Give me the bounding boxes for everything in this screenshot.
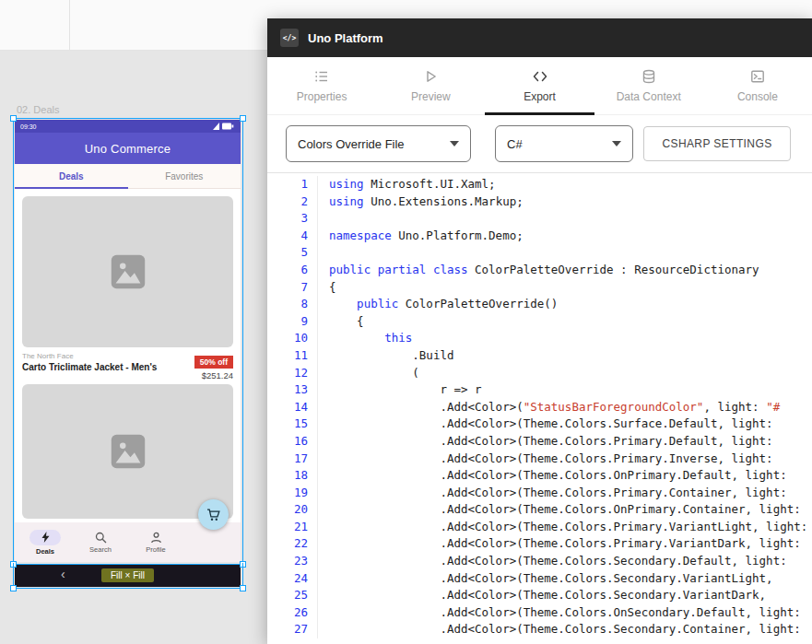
chevron-down-icon [450, 141, 459, 146]
code-text: .Add<Color>(Theme.Colors.OnSecondary.Def… [329, 604, 807, 622]
line-number: 24 [267, 570, 318, 588]
code-line: 15 .Add<Color>(Theme.Colors.Surface.Defa… [267, 416, 812, 433]
phone-tab-deals[interactable]: Deals [15, 164, 128, 188]
code-line: 12 ( [267, 365, 812, 382]
line-number: 8 [267, 296, 318, 313]
product-price: $251.24 [194, 370, 233, 381]
android-nav-bar: ‹ Fill × Fill [15, 564, 241, 587]
selection-handle[interactable] [240, 585, 246, 591]
code-text: .Add<Color>(Theme.Colors.Primary.Inverse… [329, 451, 780, 468]
export-toolbar: Colors Override File C# CSHARP SETTINGS [267, 115, 812, 172]
code-line: 13 r => r [267, 381, 812, 399]
product-image-placeholder[interactable] [22, 196, 233, 347]
line-number: 1 [267, 176, 318, 193]
line-number: 10 [267, 330, 318, 347]
file-dropdown[interactable]: Colors Override File [286, 125, 471, 162]
nav-item-profile[interactable]: Profile [128, 531, 183, 554]
line-number: 6 [267, 262, 318, 279]
tab-label: Export [524, 90, 556, 103]
selection-handle[interactable] [240, 115, 246, 122]
line-number: 7 [267, 279, 318, 297]
code-editor[interactable]: 1using Microsoft.UI.Xaml;2using Uno.Exte… [267, 172, 812, 644]
selection-handle[interactable] [240, 561, 246, 568]
play-icon [422, 68, 439, 85]
code-line: 2using Uno.Extensions.Markup; [267, 193, 812, 211]
code-line: 1using Microsoft.UI.Xaml; [267, 176, 812, 193]
code-text: .Add<Color>(Theme.Colors.Primary.Variant… [329, 535, 807, 553]
code-text: .Add<Color>(Theme.Colors.Secondary.Varia… [329, 587, 773, 604]
nav-label: Profile [146, 545, 165, 554]
phone-tab-favorites[interactable]: Favorites [128, 164, 241, 188]
code-line: 18 .Add<Color>(Theme.Colors.OnPrimary.De… [267, 467, 812, 485]
tab-export[interactable]: Export [485, 57, 594, 114]
code-line: 8 public ColorPaletteOverride() [267, 296, 812, 313]
code-line: 25 .Add<Color>(Theme.Colors.Secondary.Va… [267, 587, 812, 604]
toolbar-divider [69, 0, 70, 50]
nav-label: Deals [36, 547, 54, 556]
line-number: 22 [267, 535, 318, 553]
code-line: 11 .Build [267, 347, 812, 365]
code-line: 24 .Add<Color>(Theme.Colors.Secondary.Va… [267, 570, 812, 588]
line-number: 3 [267, 210, 318, 228]
line-number: 23 [267, 553, 318, 570]
product-brand: The North Face [22, 352, 157, 360]
product-image-placeholder[interactable] [22, 384, 233, 519]
product-name: Carto Triclimate Jacket - Men's [22, 362, 157, 372]
tab-data-context[interactable]: Data Context [594, 57, 703, 114]
code-line: 19 .Add<Color>(Theme.Colors.Primary.Cont… [267, 485, 812, 502]
line-number: 12 [267, 365, 318, 382]
nav-label: Search [89, 545, 112, 554]
person-icon [150, 532, 162, 544]
line-number: 13 [267, 381, 318, 399]
code-line: 10 this [267, 330, 812, 347]
code-text: .Add<Color>(Theme.Colors.Primary.Default… [329, 433, 780, 451]
tab-properties[interactable]: Properties [267, 57, 376, 114]
code-text: { [329, 279, 336, 297]
code-line: 7{ [267, 279, 812, 297]
code-line: 5 [267, 244, 812, 262]
uno-plugin-panel: </> Uno Platform Properties Preview [267, 18, 812, 644]
language-dropdown[interactable]: C# [495, 125, 633, 162]
line-number: 18 [267, 467, 318, 485]
code-line: 9 { [267, 313, 812, 331]
code-line: 20 .Add<Color>(Theme.Colors.OnPrimary.Co… [267, 501, 812, 519]
code-line: 21 .Add<Color>(Theme.Colors.Primary.Vari… [267, 519, 812, 536]
line-number: 9 [267, 313, 318, 331]
line-number: 17 [267, 451, 318, 468]
code-text: using Uno.Extensions.Markup; [329, 193, 524, 211]
csharp-settings-button[interactable]: CSHARP SETTINGS [643, 126, 791, 161]
tab-label: Console [737, 90, 778, 103]
list-icon [313, 68, 330, 85]
image-icon [107, 251, 149, 293]
code-line: 22 .Add<Color>(Theme.Colors.Primary.Vari… [267, 535, 812, 553]
code-text: .Add<Color>(Theme.Colors.Surface.Default… [329, 416, 780, 433]
code-icon [532, 68, 548, 85]
product-info-row[interactable]: The North Face Carto Triclimate Jacket -… [15, 347, 241, 379]
back-chevron-icon[interactable]: ‹ [61, 568, 65, 580]
code-text: public partial class ColorPaletteOverrid… [329, 262, 759, 279]
tab-preview[interactable]: Preview [376, 57, 485, 114]
nav-item-deals[interactable]: Deals [18, 530, 73, 556]
line-number: 15 [267, 416, 318, 433]
line-number: 26 [267, 604, 318, 622]
code-line: 4namespace Uno.Platform.Demo; [267, 228, 812, 245]
code-text: .Add<Color>(Theme.Colors.Secondary.Conta… [329, 621, 807, 638]
signal-battery-icon [213, 123, 235, 130]
code-line: 16 .Add<Color>(Theme.Colors.Primary.Defa… [267, 433, 812, 451]
code-text: this [329, 330, 412, 347]
code-text: .Add<Color>(Theme.Colors.Secondary.Defau… [329, 553, 794, 570]
code-text: { [329, 313, 364, 331]
tab-label: Preview [411, 90, 451, 103]
code-text: ( [329, 365, 419, 382]
cart-fab[interactable] [198, 499, 229, 530]
frame-label[interactable]: 02. Deals [17, 104, 59, 115]
terminal-icon [749, 68, 766, 85]
tab-console[interactable]: Console [703, 57, 812, 114]
discount-badge: 50% off [194, 356, 233, 369]
code-text: .Add<Color>(Theme.Colors.Primary.Variant… [329, 519, 812, 536]
phone-mockup[interactable]: 09:30 Uno Commerce Deals Favorites The N… [15, 120, 241, 562]
plugin-header: </> Uno Platform [267, 18, 812, 57]
status-icons [213, 123, 235, 131]
line-number: 2 [267, 193, 318, 211]
nav-item-search[interactable]: Search [73, 531, 128, 554]
